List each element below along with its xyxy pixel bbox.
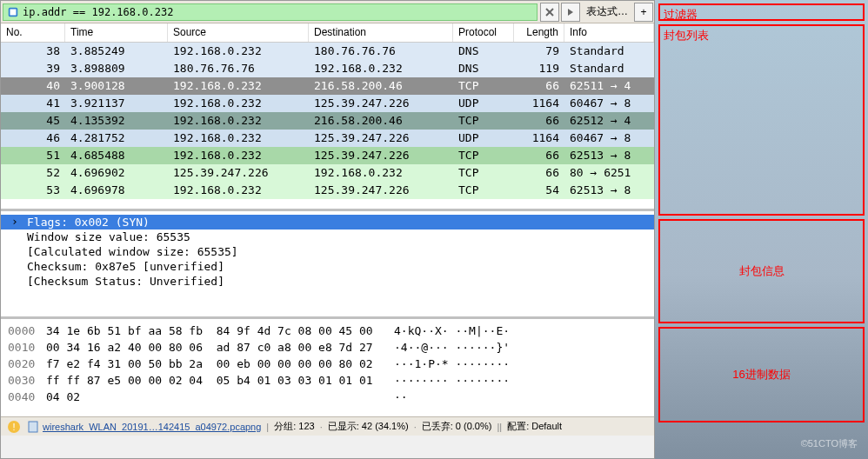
table-row[interactable]: 383.885249192.168.0.232180.76.76.76DNS79…: [1, 43, 654, 60]
hex-row[interactable]: 0020f7 e2 f4 31 00 50 bb 2a 00 eb 00 00 …: [8, 356, 647, 372]
annotation-sidebar: 过滤器 封包列表 封包信息 16进制数据 ©51CTO博客: [655, 0, 868, 459]
annotation-hex-data: 16进制数据: [658, 327, 865, 422]
status-displayed: 已显示: 42 (34.1%): [328, 420, 409, 433]
table-row[interactable]: 534.696978192.168.0.232125.39.247.226TCP…: [1, 182, 654, 199]
table-row[interactable]: 464.281752192.168.0.232125.39.247.226UDP…: [1, 130, 654, 147]
detail-line[interactable]: [Checksum Status: Unverified]: [1, 274, 654, 289]
annotation-packet-list: 封包列表: [658, 24, 865, 216]
table-row[interactable]: 514.685488192.168.0.232125.39.247.226TCP…: [1, 147, 654, 164]
table-row[interactable]: 454.135392192.168.0.232216.58.200.46TCP6…: [1, 112, 654, 130]
filter-text: ip.addr == 192.168.0.232: [23, 6, 173, 18]
apply-filter-button[interactable]: [561, 3, 580, 22]
status-filename: wireshark_WLAN_20191…142415_a04972.pcapn…: [43, 422, 261, 432]
detail-line[interactable]: [Calculated window size: 65535]: [1, 244, 654, 259]
annotation-filter: 过滤器: [658, 3, 865, 21]
col-header-destination[interactable]: Destination: [309, 23, 453, 42]
status-dropped: 已丢弃: 0 (0.0%): [422, 420, 492, 433]
hex-row[interactable]: 004004 02 ··: [8, 389, 647, 405]
status-bar: ! wireshark_WLAN_20191…142415_a04972.pca…: [1, 416, 654, 436]
hex-row[interactable]: 000034 1e 6b 51 bf aa 58 fb 84 9f 4d 7c …: [8, 323, 647, 339]
svg-rect-1: [10, 9, 17, 15]
detail-line[interactable]: Checksum: 0x87e5 [unverified]: [1, 259, 654, 274]
status-profile: 配置: Default: [507, 420, 562, 433]
table-row[interactable]: 393.898809180.76.76.76192.168.0.232DNS11…: [1, 60, 654, 77]
status-packets: 分组: 123: [274, 420, 314, 433]
col-header-protocol[interactable]: Protocol: [453, 23, 514, 42]
svg-text:!: !: [12, 422, 15, 432]
col-header-no[interactable]: No.: [1, 23, 65, 42]
packet-list-pane: No. Time Source Destination Protocol Len…: [1, 23, 654, 211]
packet-details-pane[interactable]: › Flags: 0x002 (SYN)Window size value: 6…: [1, 211, 654, 319]
packet-table-header: No. Time Source Destination Protocol Len…: [1, 23, 654, 43]
display-filter-input[interactable]: ip.addr == 192.168.0.232: [3, 3, 537, 21]
col-header-source[interactable]: Source: [168, 23, 309, 42]
watermark: ©51CTO博客: [801, 437, 858, 450]
detail-line[interactable]: Flags: 0x002 (SYN): [1, 215, 654, 230]
table-row[interactable]: 524.696902125.39.247.226192.168.0.232TCP…: [1, 164, 654, 182]
close-icon: [544, 7, 555, 17]
svg-rect-6: [29, 422, 37, 432]
detail-line[interactable]: Window size value: 65535: [1, 230, 654, 244]
col-header-info[interactable]: Info: [564, 23, 654, 42]
hex-row[interactable]: 0030ff ff 87 e5 00 00 02 04 05 b4 01 03 …: [8, 372, 647, 389]
annotation-packet-info: 封包信息: [658, 219, 865, 323]
col-header-time[interactable]: Time: [65, 23, 168, 42]
hex-row[interactable]: 001000 34 16 a2 40 00 80 06 ad 87 c0 a8 …: [8, 339, 647, 356]
chevron-right-icon: [566, 8, 575, 17]
table-row[interactable]: 413.921137192.168.0.232125.39.247.226UDP…: [1, 95, 654, 112]
add-filter-button[interactable]: +: [634, 3, 653, 22]
packet-bytes-pane[interactable]: 000034 1e 6b 51 bf aa 58 fb 84 9f 4d 7c …: [1, 319, 654, 416]
capture-file-icon: [26, 420, 40, 434]
expand-toggle-icon[interactable]: ›: [11, 215, 18, 228]
packet-table-body[interactable]: 383.885249192.168.0.232180.76.76.76DNS79…: [1, 43, 654, 211]
filter-bar: ip.addr == 192.168.0.232 表达式… +: [1, 1, 654, 23]
expression-button[interactable]: 表达式…: [581, 4, 633, 19]
col-header-length[interactable]: Length: [514, 23, 564, 42]
warning-icon: !: [7, 420, 21, 434]
filter-icon: [7, 6, 19, 18]
main-panel: ip.addr == 192.168.0.232 表达式… + No. Time…: [0, 0, 655, 459]
table-row[interactable]: 403.900128192.168.0.232216.58.200.46TCP6…: [1, 77, 654, 95]
clear-filter-button[interactable]: [540, 3, 559, 22]
